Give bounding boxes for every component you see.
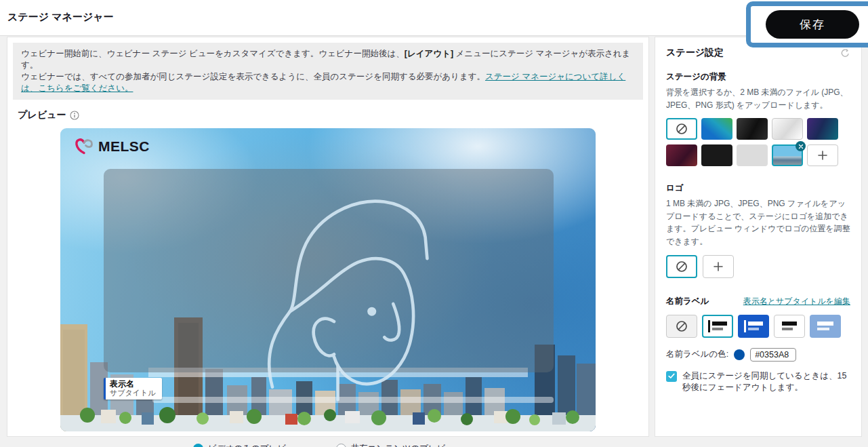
- sync-fadeout-checkbox[interactable]: [666, 371, 677, 382]
- background-thumbnails: [666, 118, 850, 166]
- radio-video-only-preview[interactable]: ビデオのみのプレビュー: [193, 443, 303, 447]
- avatar-placeholder-icon: [264, 187, 440, 404]
- page-title: ステージ マネージャー: [7, 11, 114, 24]
- brand-text: MELSC: [98, 138, 150, 155]
- name-label-tag[interactable]: 表示名 サブタイトル: [104, 378, 162, 400]
- logo-upload-button[interactable]: [703, 255, 734, 278]
- logo-section-title: ロゴ: [666, 182, 850, 194]
- background-gradient-blue-green[interactable]: [701, 118, 732, 140]
- sync-fadeout-label: 全員にステージを同期しているときは、15 秒後にフェードアウトします。: [682, 370, 850, 393]
- refresh-icon[interactable]: [840, 48, 850, 58]
- prohibited-icon: [676, 320, 688, 332]
- background-black[interactable]: [701, 144, 732, 166]
- prohibited-icon: [676, 123, 688, 135]
- stage-settings-panel: ステージ設定 ステージの背景 背景を選択するか、2 MB 未満のファイル (JP…: [655, 37, 862, 437]
- save-button-highlight: 保存: [746, 1, 868, 47]
- stage-manager-page: ステージ マネージャー 保存 ウェビナー開始前に、ウェビナー ステージ ビューを…: [0, 0, 868, 447]
- background-none-option[interactable]: [666, 118, 697, 140]
- label-style-white-bar-selected[interactable]: [702, 315, 733, 338]
- plus-icon: [817, 150, 828, 161]
- background-city-image-selected[interactable]: [772, 144, 803, 166]
- stage-preview: MELSC 表示名 サブタイトル: [60, 128, 596, 431]
- plus-icon: [713, 261, 724, 272]
- radio-selected-icon: [193, 444, 203, 447]
- name-label-color-input[interactable]: [750, 348, 796, 362]
- background-upload-button[interactable]: [807, 144, 838, 166]
- logo-section-description: 1 MB 未満の JPG、JPEG、PNG ファイルをアップロードすることで、ス…: [666, 197, 850, 248]
- display-name: 表示名: [110, 379, 156, 389]
- page-header: ステージ マネージャー: [0, 0, 868, 36]
- preview-brand-logo: MELSC: [74, 136, 150, 157]
- x-badge-icon: [798, 144, 804, 149]
- background-section-title: ステージの背景: [666, 71, 850, 83]
- label-style-blue[interactable]: [738, 315, 769, 338]
- label-style-none[interactable]: [666, 315, 697, 338]
- background-light-gray[interactable]: [737, 144, 768, 166]
- background-purple-teal[interactable]: [807, 118, 838, 140]
- name-label-section-title: 名前ラベル: [666, 296, 709, 307]
- edit-display-name-link[interactable]: 表示名とサブタイトルを編集: [743, 296, 850, 307]
- background-section-description: 背景を選択するか、2 MB 未満のファイル (JPG、JPEG、PNG 形式) …: [666, 86, 850, 111]
- banner-line1: ウェビナー開始前に、ウェビナー ステージ ビューをカスタマイズできます。ウェビナ…: [21, 48, 635, 71]
- settings-title: ステージ設定: [666, 47, 724, 59]
- background-dark-wave[interactable]: [737, 118, 768, 140]
- save-button[interactable]: 保存: [766, 10, 859, 39]
- name-label-styles: [666, 315, 850, 338]
- banner-line2: ウェビナーでは、すべての参加者が同じステージ設定を表示できるように、全員のステー…: [21, 71, 635, 94]
- info-icon[interactable]: [70, 111, 79, 120]
- label-style-white-plain[interactable]: [774, 315, 805, 338]
- background-maroon-gradient[interactable]: [666, 144, 697, 166]
- radio-shared-content-preview[interactable]: 共有コンテンツのプレビュー: [336, 443, 463, 447]
- preview-heading: プレビュー: [18, 109, 66, 121]
- name-label-color-label: 名前ラベルの色:: [666, 349, 728, 360]
- background-light-silk[interactable]: [772, 118, 803, 140]
- main-panel: ウェビナー開始前に、ウェビナー ステージ ビューをカスタマイズできます。ウェビナ…: [7, 37, 649, 437]
- radio-unselected-icon: [336, 444, 346, 447]
- info-banner: ウェビナー開始前に、ウェビナー ステージ ビューをカスタマイズできます。ウェビナ…: [13, 43, 643, 100]
- heart-logo-icon: [74, 136, 94, 157]
- name-label-color-swatch[interactable]: [734, 349, 745, 360]
- prohibited-icon: [676, 260, 688, 273]
- label-style-steel-blue[interactable]: [810, 315, 841, 338]
- remove-background-badge[interactable]: [795, 141, 806, 151]
- subtitle: サブタイトル: [110, 389, 156, 397]
- check-icon: [668, 373, 675, 379]
- logo-none-option[interactable]: [666, 255, 697, 278]
